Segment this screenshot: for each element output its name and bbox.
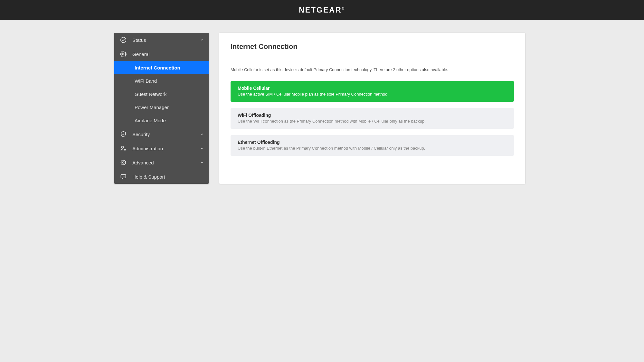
sidebar-subitem-label: Guest Network — [135, 91, 166, 97]
sidebar-nav: Status General Internet Connection WiFi … — [114, 33, 209, 184]
chevron-down-icon — [200, 161, 204, 164]
sidebar-item-general[interactable]: General — [114, 47, 209, 61]
brand-logo: NETGEAR® — [299, 6, 345, 14]
sidebar-subitem-label: Internet Connection — [135, 65, 180, 70]
check-circle-icon — [120, 37, 127, 43]
svg-point-4 — [123, 162, 124, 163]
option-wifi-offloading[interactable]: WiFi Offloading Use the WiFi connection … — [231, 108, 514, 129]
sidebar-item-label: Administration — [132, 146, 200, 151]
option-desc: Use the built-in Ethernet as the Primary… — [238, 146, 507, 151]
sidebar-item-label: Security — [132, 132, 200, 137]
chevron-down-icon — [200, 132, 204, 136]
option-title: Ethernet Offloading — [238, 140, 507, 145]
option-desc: Use the active SIM / Cellular Mobile pla… — [238, 92, 507, 97]
page-description: Mobile Cellular is set as this device's … — [231, 67, 514, 72]
chat-icon — [120, 173, 127, 180]
sidebar-item-advanced[interactable]: Advanced — [114, 155, 209, 170]
option-mobile-cellular[interactable]: Mobile Cellular Use the active SIM / Cel… — [231, 81, 514, 102]
svg-point-2 — [121, 146, 124, 148]
sidebar-item-help-support[interactable]: Help & Support — [114, 170, 209, 184]
content-panel: Internet Connection Mobile Cellular is s… — [219, 33, 525, 184]
sidebar-item-label: Help & Support — [132, 174, 204, 180]
sidebar-subitem-airplane-mode[interactable]: Airplane Mode — [114, 114, 209, 127]
advanced-gear-icon — [120, 159, 127, 166]
svg-point-3 — [124, 149, 125, 150]
sidebar-subitem-power-manager[interactable]: Power Manager — [114, 101, 209, 114]
option-title: Mobile Cellular — [238, 86, 507, 91]
sidebar-item-label: Status — [132, 37, 200, 43]
chevron-down-icon — [200, 38, 204, 42]
gear-icon — [120, 51, 127, 57]
option-ethernet-offloading[interactable]: Ethernet Offloading Use the built-in Eth… — [231, 135, 514, 156]
svg-point-1 — [123, 53, 124, 55]
app-header: NETGEAR® — [0, 0, 644, 20]
sidebar-item-label: General — [132, 51, 204, 57]
sidebar-subitem-guest-network[interactable]: Guest Network — [114, 88, 209, 101]
sidebar-item-status[interactable]: Status — [114, 33, 209, 47]
sidebar-subitem-label: Airplane Mode — [135, 118, 166, 123]
option-desc: Use the WiFi connection as the Primary C… — [238, 119, 507, 124]
brand-text: NETGEAR — [299, 6, 342, 14]
page-title: Internet Connection — [231, 42, 514, 51]
sidebar-subitem-wifi-band[interactable]: WiFi Band — [114, 74, 209, 88]
user-gear-icon — [120, 145, 127, 152]
sidebar-subitem-internet-connection[interactable]: Internet Connection — [114, 61, 209, 74]
sidebar-subitem-label: Power Manager — [135, 105, 169, 110]
option-title: WiFi Offloading — [238, 113, 507, 118]
sidebar-subitem-label: WiFi Band — [135, 78, 157, 84]
shield-icon — [120, 131, 127, 137]
svg-point-0 — [121, 37, 126, 43]
divider — [219, 60, 525, 60]
chevron-down-icon — [200, 146, 204, 150]
sidebar-item-label: Advanced — [132, 160, 200, 165]
sidebar-item-administration[interactable]: Administration — [114, 141, 209, 155]
sidebar-item-security[interactable]: Security — [114, 127, 209, 141]
